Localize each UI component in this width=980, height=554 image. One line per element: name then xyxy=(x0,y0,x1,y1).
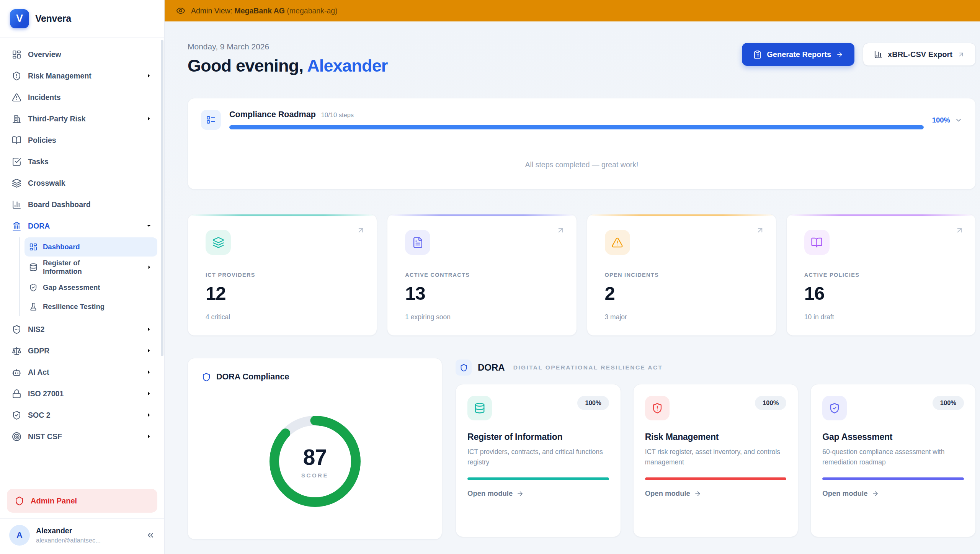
sidebar-item-nist-csf[interactable]: NIST CSF xyxy=(7,426,157,447)
landmark-icon xyxy=(12,221,21,231)
module-description: 60-question compliance assessment with r… xyxy=(822,447,964,467)
flask-icon xyxy=(29,302,38,311)
card-accent-strip xyxy=(188,214,377,216)
sidebar-item-overview[interactable]: Overview xyxy=(7,44,157,65)
stats-row: ICT PROVIDERS 12 4 critical ACTIVE CONTR… xyxy=(188,214,976,336)
sidebar-item-label: DORA xyxy=(28,222,50,230)
stat-subtext: 1 expiring soon xyxy=(405,313,559,321)
sidebar-item-dora-dashboard[interactable]: Dashboard xyxy=(24,237,157,257)
roadmap-right: 100% xyxy=(932,110,962,124)
module-card-gap-assessment[interactable]: 100% Gap Assessment 60-question complian… xyxy=(810,384,976,537)
shield-check-icon xyxy=(12,410,21,420)
dora-section-title: DORA xyxy=(478,362,505,373)
stat-card-open-incidents[interactable]: OPEN INCIDENTS 2 3 major xyxy=(587,214,776,336)
stat-card-active-policies[interactable]: ACTIVE POLICIES 16 10 in draft xyxy=(786,214,976,336)
dashboard-grid-icon xyxy=(29,243,38,251)
xbrl-csv-export-button[interactable]: xBRL-CSV Export xyxy=(863,43,976,66)
sidebar-item-label: NIS2 xyxy=(28,325,44,334)
sidebar-item-board-dashboard[interactable]: Board Dashboard xyxy=(7,194,157,215)
sidebar-item-tasks[interactable]: Tasks xyxy=(7,151,157,172)
clipboard-icon xyxy=(753,50,762,59)
sidebar-item-label: SOC 2 xyxy=(28,411,51,420)
sidebar-item-third-party-risk[interactable]: Third-Party Risk xyxy=(7,108,157,129)
sidebar-item-incidents[interactable]: Incidents xyxy=(7,87,157,108)
roadmap-title: Compliance Roadmap xyxy=(229,110,316,119)
module-progress-badge: 100% xyxy=(577,396,609,410)
book-open-icon xyxy=(12,136,21,145)
sidebar-item-risk-management[interactable]: Risk Management xyxy=(7,65,157,87)
user-name: Alexander xyxy=(36,526,140,535)
module-card-register-of-information[interactable]: 100% Register of Information ICT provide… xyxy=(456,384,621,537)
page-header: Monday, 9 March 2026 Good evening, Alexa… xyxy=(188,42,976,76)
compliance-score-value: 87 xyxy=(303,445,327,470)
chevron-down-icon[interactable] xyxy=(955,116,962,124)
sidebar-item-register-of-information[interactable]: Register of Information xyxy=(24,257,157,278)
sidebar-item-label: ISO 27001 xyxy=(28,389,64,398)
xbrl-csv-export-label: xBRL-CSV Export xyxy=(888,50,952,59)
chevron-right-icon xyxy=(145,347,152,354)
avatar-initial: A xyxy=(16,530,23,540)
stat-card-ict-providers[interactable]: ICT PROVIDERS 12 4 critical xyxy=(188,214,377,336)
chevron-right-icon xyxy=(145,72,152,79)
sidebar-item-soc-2[interactable]: SOC 2 xyxy=(7,404,157,426)
shield-dots-icon xyxy=(12,325,21,334)
sidebar-item-nis2[interactable]: NIS2 xyxy=(7,319,157,340)
stat-label: ICT PROVIDERS xyxy=(206,272,359,278)
stat-card-active-contracts[interactable]: ACTIVE CONTRACTS 13 1 expiring soon xyxy=(387,214,577,336)
banner-prefix: Admin View: xyxy=(191,7,232,15)
admin-panel-button[interactable]: Admin Panel xyxy=(7,489,157,513)
sidebar-item-resilience-testing[interactable]: Resilience Testing xyxy=(24,297,157,316)
header-actions: Generate Reports xBRL-CSV Export xyxy=(742,43,976,66)
module-card-risk-management[interactable]: 100% Risk Management ICT risk register, … xyxy=(633,384,799,537)
sidebar-scrollbar[interactable] xyxy=(161,40,163,356)
page-title: Good evening, Alexander xyxy=(188,56,388,76)
chevron-right-icon xyxy=(145,326,152,333)
open-module-link[interactable]: Open module xyxy=(467,489,609,498)
chevron-right-icon xyxy=(145,412,152,418)
sidebar-item-ai-act[interactable]: AI Act xyxy=(7,361,157,383)
arrow-up-right-icon xyxy=(556,226,565,235)
generate-reports-button[interactable]: Generate Reports xyxy=(742,43,854,66)
sidebar-item-label: NIST CSF xyxy=(28,432,62,441)
bot-icon xyxy=(12,368,21,377)
card-accent-strip xyxy=(787,214,975,216)
stat-label: OPEN INCIDENTS xyxy=(605,272,758,278)
venvera-logo: V xyxy=(10,9,29,28)
arrow-right-icon xyxy=(836,51,843,58)
collapse-sidebar-icon[interactable] xyxy=(146,531,155,540)
compliance-roadmap-card: Compliance Roadmap 10/10 steps 100% All … xyxy=(188,98,976,190)
dora-section: DORA DIGITAL OPERATIONAL RESILIENCE ACT … xyxy=(456,358,976,539)
donut-center: 87 SCORE xyxy=(263,409,367,513)
roadmap-header[interactable]: Compliance Roadmap 10/10 steps 100% xyxy=(188,98,975,130)
sidebar-item-policies[interactable]: Policies xyxy=(7,129,157,151)
banner-org-name: MegaBank AG xyxy=(234,7,284,15)
sidebar-item-label: Incidents xyxy=(28,93,61,102)
sidebar-item-iso-27001[interactable]: ISO 27001 xyxy=(7,383,157,404)
shield-icon xyxy=(456,360,472,376)
arrow-up-right-icon xyxy=(756,226,764,235)
user-meta: Alexander alexander@atlantsec... xyxy=(36,526,140,544)
dashboard-grid-icon xyxy=(12,50,21,59)
building-icon xyxy=(12,114,21,124)
dora-section-header: DORA DIGITAL OPERATIONAL RESILIENCE ACT xyxy=(456,358,976,376)
banner-text: Admin View: MegaBank AG (megabank-ag) xyxy=(191,7,338,15)
sidebar-nav: Overview Risk Management Incidents Third… xyxy=(0,38,164,483)
greeting-block: Monday, 9 March 2026 Good evening, Alexa… xyxy=(188,42,388,76)
avatar: A xyxy=(9,525,30,546)
sidebar-item-dora[interactable]: DORA xyxy=(7,215,157,237)
module-title: Risk Management xyxy=(645,432,787,442)
stat-label: ACTIVE CONTRACTS xyxy=(405,272,559,278)
admin-view-banner: Admin View: MegaBank AG (megabank-ag) xyxy=(165,0,980,21)
roadmap-progress-block: Compliance Roadmap 10/10 steps xyxy=(229,110,924,129)
open-module-link[interactable]: Open module xyxy=(645,489,787,498)
sidebar-item-gap-assessment[interactable]: Gap Assessment xyxy=(24,278,157,297)
sidebar-item-label: Policies xyxy=(28,136,56,145)
check-square-icon xyxy=(12,157,21,167)
open-module-link[interactable]: Open module xyxy=(822,489,964,498)
sidebar-item-gdpr[interactable]: GDPR xyxy=(7,340,157,361)
chevron-right-icon xyxy=(146,264,153,271)
compliance-card-header: DORA Compliance xyxy=(202,372,428,382)
sidebar-item-crosswalk[interactable]: Crosswalk xyxy=(7,172,157,194)
user-profile[interactable]: A Alexander alexander@atlantsec... xyxy=(0,518,164,554)
roadmap-progress-fill xyxy=(229,125,924,129)
